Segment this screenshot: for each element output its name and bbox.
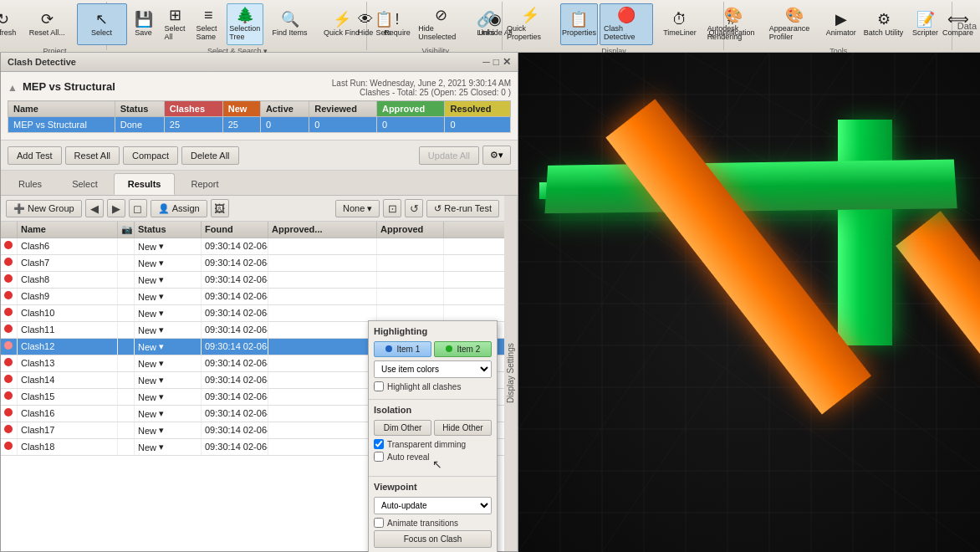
row-found: 09:30:14 02-06-2021 <box>202 406 268 422</box>
maximize-icon[interactable]: □ <box>493 56 499 68</box>
update-all-button[interactable]: Update All <box>419 146 479 165</box>
hide-other-button[interactable]: Hide Other <box>434 420 492 436</box>
results-row-clash10[interactable]: Clash10 New ▾ 09:30:14 02-06-2021 <box>1 305 504 322</box>
refresh-button[interactable]: ↻ Refresh <box>0 3 20 45</box>
icon-btn-2[interactable]: ▶ <box>107 199 125 217</box>
status-dropdown[interactable]: ▾ <box>159 391 164 402</box>
rerun-test-button[interactable]: ↺ Re-run Test <box>426 200 499 217</box>
animator-button[interactable]: ▶ Animator <box>825 3 856 45</box>
results-row-clash6[interactable]: Clash6 New ▾ 09:30:14 02-06-2021 <box>1 238 504 255</box>
close-icon[interactable]: ✕ <box>503 56 511 68</box>
scripter-button[interactable]: 📝 Scripter <box>911 3 941 45</box>
icon-btn-1[interactable]: ◀ <box>85 199 104 217</box>
tab-report[interactable]: Report <box>176 173 232 195</box>
col-new[interactable]: New <box>222 101 260 117</box>
col-approved2-header[interactable]: Approved <box>377 222 444 238</box>
delete-all-button[interactable]: Delete All <box>181 146 238 165</box>
results-row-clash7[interactable]: Clash7 New ▾ 09:30:14 02-06-2021 <box>1 255 504 272</box>
save-selection-button[interactable]: 💾 Save <box>129 3 159 45</box>
results-row-clash8[interactable]: Clash8 New ▾ 09:30:14 02-06-2021 <box>1 272 504 289</box>
icon-btn-5[interactable]: ⊡ <box>383 199 401 217</box>
status-dropdown[interactable]: ▾ <box>159 258 164 268</box>
col-resolved[interactable]: Resolved <box>445 101 511 117</box>
hide-unselected-button[interactable]: ⊘ Hide Unselected <box>414 3 468 45</box>
rerun-label: Re-run Test <box>444 203 492 213</box>
timeliner-button[interactable]: ⏱ TimeLiner <box>655 3 705 45</box>
clash-dot <box>4 325 13 333</box>
new-group-button[interactable]: ➕ New Group <box>6 200 82 217</box>
row-found: 09:30:14 02-06-2021 <box>202 272 268 288</box>
find-items-button[interactable]: 🔍 Find Items <box>265 3 315 45</box>
status-dropdown[interactable]: ▾ <box>159 325 164 335</box>
col-status-header[interactable]: Status <box>135 222 202 238</box>
col-name[interactable]: Name <box>8 101 115 117</box>
reset-all-button[interactable]: ⟳ Reset All... <box>22 3 72 45</box>
assign-button[interactable]: 👤 Assign <box>151 200 207 217</box>
status-dropdown[interactable]: ▾ <box>159 358 164 369</box>
col-clashes[interactable]: Clashes <box>164 101 222 117</box>
col-approved-header[interactable]: Approved... <box>268 222 377 238</box>
batch-utility-button[interactable]: ⚙ Batch Utility <box>859 3 909 45</box>
col-name-header[interactable]: Name <box>18 222 118 238</box>
table-row[interactable]: MEP vs Structural Done 25 25 0 0 0 0 <box>8 117 511 133</box>
col-active[interactable]: Active <box>260 101 309 117</box>
status-dropdown[interactable]: ▾ <box>159 425 164 436</box>
item1-button[interactable]: Item 1 <box>374 341 431 357</box>
quick-props-icon: ⚡ <box>521 8 539 23</box>
item-colors-select[interactable]: Use item colors <box>374 360 492 378</box>
select-all-label: Select All <box>165 24 186 41</box>
tab-rules[interactable]: Rules <box>4 173 56 195</box>
tab-results[interactable]: Results <box>114 173 176 195</box>
properties-button[interactable]: 📋 Properties <box>560 3 598 45</box>
status-dropdown[interactable]: ▾ <box>159 308 164 319</box>
transparent-dimming-checkbox[interactable] <box>374 439 384 449</box>
display-settings-tab[interactable]: Display Settings <box>504 196 518 551</box>
clash-detective-button[interactable]: 🔴 Clash Detective <box>600 3 653 45</box>
reset-all-button[interactable]: Reset All <box>65 146 120 165</box>
row-status: New ▾ <box>135 406 202 422</box>
select-all-button[interactable]: ⊞ Select All <box>161 3 191 45</box>
autodesk-rendering-button[interactable]: 🎨 Autodesk Rendering <box>703 3 763 45</box>
quick-properties-button[interactable]: ⚡ Quick Properties <box>503 3 559 45</box>
status-dropdown[interactable]: ▾ <box>159 375 164 386</box>
icon-btn-3[interactable]: ◻ <box>129 199 147 217</box>
row-cam <box>118 322 135 338</box>
col-approved[interactable]: Approved <box>376 101 445 117</box>
icon-btn-4[interactable]: 🖼 <box>211 199 229 217</box>
icon-btn-6[interactable]: ↺ <box>405 199 423 217</box>
status-dropdown[interactable]: ▾ <box>159 408 164 419</box>
selection-tree-button[interactable]: 🌲 Selection Tree <box>227 3 263 45</box>
item2-button[interactable]: Item 2 <box>434 341 492 357</box>
animate-transitions-checkbox[interactable] <box>374 518 384 528</box>
appearance-profiler-button[interactable]: 🎨 Appearance Profiler <box>765 3 824 45</box>
highlight-all-checkbox[interactable] <box>374 381 384 391</box>
compact-all-button[interactable]: Compact <box>123 146 178 165</box>
dim-other-button[interactable]: Dim Other <box>374 420 431 436</box>
results-row-clash9[interactable]: Clash9 New ▾ 09:30:14 02-06-2021 <box>1 289 504 305</box>
add-test-button[interactable]: Add Test <box>8 146 62 165</box>
expand-icon[interactable]: ▲ <box>8 82 18 94</box>
status-dropdown[interactable]: ▾ <box>159 341 164 352</box>
select-same-button[interactable]: ≡ Select Same <box>192 3 226 45</box>
col-found-header[interactable]: Found <box>202 222 268 238</box>
links-button[interactable]: 🔗 Links <box>471 3 501 45</box>
status-dropdown[interactable]: ▾ <box>159 241 164 252</box>
select-button[interactable]: ↖ Select <box>77 3 127 45</box>
auto-update-select[interactable]: Auto-update <box>374 497 492 514</box>
col-status[interactable]: Status <box>115 101 164 117</box>
settings-button[interactable]: ⚙▾ <box>482 146 511 165</box>
status-dropdown[interactable]: ▾ <box>159 442 164 452</box>
clashes-summary: Clashes - Total: 25 (Open: 25 Closed: 0 … <box>332 88 511 97</box>
none-button[interactable]: None ▾ <box>335 200 380 217</box>
col-reviewed[interactable]: Reviewed <box>309 101 377 117</box>
hide-button[interactable]: 👁 Hide <box>350 3 380 45</box>
row-cam <box>118 255 135 271</box>
require-button[interactable]: ! Require <box>382 3 412 45</box>
status-dropdown[interactable]: ▾ <box>159 274 164 285</box>
status-dropdown[interactable]: ▾ <box>159 291 164 302</box>
auto-reveal-checkbox[interactable] <box>374 452 384 462</box>
tab-select[interactable]: Select <box>58 173 112 195</box>
hide-unselected-label: Hide Unselected <box>418 24 464 41</box>
focus-on-clash-button[interactable]: Focus on Clash <box>374 530 492 548</box>
minimize-icon[interactable]: ─ <box>482 56 490 68</box>
